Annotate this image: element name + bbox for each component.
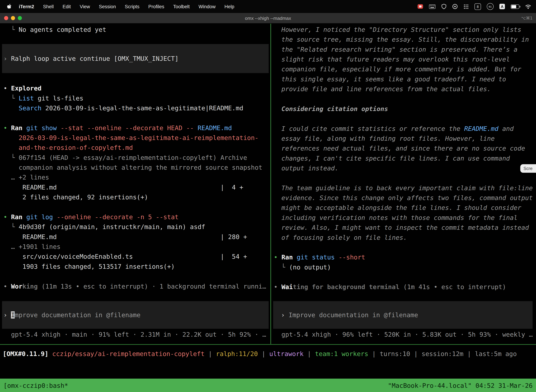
prompt-input: › Improve documentation in @filename [281,310,533,320]
text-segment: git log [26,213,57,221]
text-segment: review. Also, I might want to inspect th… [274,224,529,231]
menu-item-window[interactable]: Window [194,4,220,9]
window-controls [4,13,22,23]
terminal-line: the source tree, missing the essay. Stil… [274,34,536,44]
text-segment: cczip/essay/ai-reimplementation-copyleft [52,350,205,357]
text-segment: (no output) [289,264,331,271]
text-segment: … +1901 lines [3,243,61,250]
disc-icon[interactable] [452,4,458,9]
keystroke-count-icon[interactable]: 8 [474,3,481,10]
terminal-line: src/voice/voiceModeEnabled.ts | 54 + [3,252,270,261]
prompt-input: › Improve documentation in @filename [3,310,268,320]
prompt-input[interactable]: › Improve documentation in @filename [273,301,532,329]
text-segment: turns:10 [380,350,410,357]
terminal-line: references need actual files, and since … [274,143,536,153]
menu-item-profiles[interactable]: Profiles [144,4,169,9]
text-segment: | [205,350,216,357]
working-status-line: • Working (11m 13s • esc to interrupt) ·… [3,281,270,291]
menu-bar-left: iTerm2 ShellEditViewSessionScriptsProfil… [5,4,239,9]
menu-item-toolbelt[interactable]: Toolbelt [169,4,194,9]
text-segment: 2 files changed, 92 insertions(+) [3,194,148,201]
terminal-line: … +1901 lines [3,242,270,252]
terminal-line: … +2 lines [3,173,270,182]
left-terminal-pane[interactable]: └ No agents completed yet› Ralph loop ac… [0,23,270,344]
text-segment: 1903 files changed, 513517 insertions(+) [3,263,175,270]
text-segment: README.md | 280 + [3,233,247,240]
menu-item-view[interactable]: View [75,4,94,9]
text-segment: essay file, along with finding root file… [274,135,495,142]
apps-grid-icon[interactable] [464,4,469,9]
screen-share-overlay[interactable]: Scre [520,164,536,173]
prompt-input[interactable]: › Improve documentation in @filename [2,301,269,329]
text-segment: --stat --oneline --decorate HEAD -- [61,124,197,131]
text-segment: provide file and line references from th… [274,85,491,93]
keyboard-icon[interactable] [429,4,436,9]
keystroke-count-label: 8 [477,5,479,8]
input-source-icon[interactable]: A [499,4,505,9]
terminal-line: └ (no output) [274,262,536,272]
screen-recording-indicator-icon[interactable] [417,4,423,9]
menu-item-edit[interactable]: Edit [58,4,75,9]
menu-item-help[interactable]: Help [220,4,239,9]
spacer [274,114,536,123]
terminal-line: review. Also, I might want to inspect th… [274,223,536,232]
terminal-line: including verification notes with those … [274,213,536,223]
text-segment: slight risk that future readers may over… [274,56,510,63]
menu-item-shell[interactable]: Shell [38,4,58,9]
text-segment: • [3,213,11,221]
text-segment: this single essay, it seems like a good … [274,75,506,83]
zoom-window-button[interactable] [18,16,22,20]
text-segment: 2026-03-09-is-legal-the-same-as-legitima… [42,104,243,112]
text-segment: changes, I can't cite specific file line… [274,155,510,162]
terminal-line: essay file, along with finding root file… [274,134,536,143]
terminal-line: and-the-erosion-of-copyleft.md [3,143,270,153]
text-segment: | [410,350,421,357]
text-segment: ting for background terminal [293,283,399,290]
text-segment: the source tree, missing the essay. Stil… [274,36,529,43]
terminal-line: └ List git ls-files [3,93,270,103]
terminal-line: companion analysis without altering the … [3,163,270,172]
text-segment: • [274,254,281,261]
text-segment: git status [297,254,339,261]
text-segment [48,350,52,357]
menu-item-scripts[interactable]: Scripts [120,4,144,9]
text-segment: Ran [11,213,26,221]
text-segment: gpt-5.4 xhigh · 96% left · 520K in · 5.8… [274,331,533,338]
battery-gauge-label: 61 [489,5,492,8]
terminal-line: The team guideline is to back every impo… [274,183,536,193]
terminal-line: provide file and line references from th… [274,84,536,94]
text-segment: └ [3,26,19,33]
right-terminal-pane[interactable]: However, I noticed the "Directory Struct… [271,23,536,344]
spacer [274,292,536,301]
text-segment: 4b9d30f (origin/main, instructkr/main, m… [19,223,205,230]
text-segment: └ [3,223,19,230]
text-segment [3,104,19,112]
terminal-line: I could cite commit statistics or refere… [274,124,536,134]
battery-icon[interactable] [511,4,519,9]
close-window-button[interactable] [4,16,8,20]
battery-nub [519,6,520,7]
wifi-icon[interactable] [525,4,531,9]
text-segment: Wor [11,283,23,290]
text-segment: Ran [281,254,297,261]
text-segment: (1m 41s • esc to interrupt) [400,283,506,290]
apple-logo-icon[interactable] [7,4,12,9]
menu-item-session[interactable]: Session [94,4,120,9]
spacer [274,173,536,183]
terminal-line: this single essay, it seems like a good … [274,74,536,84]
terminal-line: Search 2026-03-09-is-legal-the-same-as-l… [3,103,270,113]
text-segment: the "Related research writing" section i… [274,46,517,53]
spacer [274,272,536,282]
spacer [3,73,270,83]
window-title: omx --xhigh --madmax [245,15,291,21]
omx-status-bar: [OMX#0.11.9] cczip/essay/ai-reimplementa… [0,345,536,360]
battery-gauge-icon[interactable]: 61 [487,3,494,10]
text-segment: | [304,350,315,357]
terminal-line: companion file, especially if more comme… [274,64,536,74]
shield-icon[interactable] [441,4,446,9]
spacer [3,202,270,212]
battery-fill [511,5,516,8]
minimize-window-button[interactable] [11,16,15,20]
menu-app-name[interactable]: iTerm2 [14,4,39,9]
text-segment: 067f154 (HEAD -> essay/ai-reimplementati… [19,154,247,161]
